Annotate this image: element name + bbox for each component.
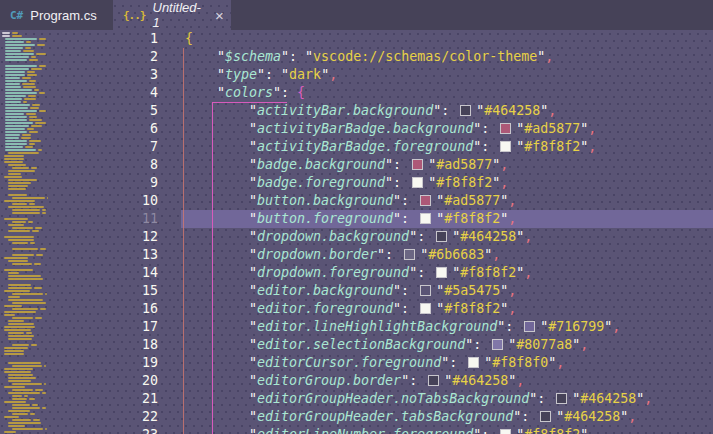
minimap-line	[5, 134, 20, 136]
code-line[interactable]: 7"activityBarBadge.foreground": "#f8f8f2…	[0, 138, 713, 156]
color-swatch[interactable]	[420, 303, 431, 314]
color-swatch[interactable]	[500, 141, 511, 152]
code-line[interactable]: 17"editor.lineHighlightBackground": "#71…	[0, 318, 713, 336]
color-swatch[interactable]	[500, 429, 511, 434]
color-swatch[interactable]	[460, 105, 471, 116]
color-swatch[interactable]	[524, 321, 535, 332]
tab-untitled-1[interactable]: {..} Untitled-1 ×	[113, 0, 231, 30]
minimap-line	[24, 395, 28, 397]
minimap-line	[35, 122, 46, 124]
code-line[interactable]: 14"dropdown.foreground": "#f8f8f2",	[0, 264, 713, 282]
minimap-line	[31, 56, 36, 58]
code-text: "editorLineNumber.foreground": "#f8f8f2"…	[181, 426, 713, 434]
minimap-line	[8, 173, 21, 175]
code-line[interactable]: 2"$schema": "vscode://schemas/color-them…	[0, 48, 713, 66]
color-swatch[interactable]	[492, 339, 503, 350]
minimap-line	[5, 83, 20, 85]
minimap-line	[12, 389, 33, 391]
color-swatch[interactable]	[436, 231, 447, 242]
minimap-line	[42, 392, 46, 394]
code-line[interactable]: 1{	[0, 30, 713, 48]
code-line[interactable]: 11"button.foreground": "#f8f8f2",	[0, 210, 713, 228]
minimap-line	[39, 110, 46, 112]
code-area[interactable]: 1{2"$schema": "vscode://schemas/color-th…	[0, 30, 713, 434]
code-line[interactable]: 6"activityBarBadge.background": "#ad5877…	[0, 120, 713, 138]
code-line[interactable]: 20"editorGroup.border": "#464258",	[0, 372, 713, 390]
code-line[interactable]: 9"badge.foreground": "#f8f8f2",	[0, 174, 713, 192]
color-swatch[interactable]	[420, 213, 431, 224]
color-swatch[interactable]	[436, 267, 447, 278]
color-swatch[interactable]	[404, 249, 415, 260]
minimap-line	[12, 254, 34, 256]
minimap-line	[5, 125, 29, 127]
color-swatch[interactable]	[420, 195, 431, 206]
code-line[interactable]: 3"type": "dark",	[0, 66, 713, 84]
code-line[interactable]: 5"activityBar.background": "#464258",	[0, 102, 713, 120]
minimap-line	[5, 146, 23, 148]
minimap-line	[12, 419, 31, 421]
minimap-line	[8, 179, 37, 181]
minimap-line	[5, 140, 27, 142]
code-text: "dropdown.background": "#464258",	[181, 228, 713, 246]
code-line[interactable]: 8"badge.background": "#ad5877",	[0, 156, 713, 174]
minimap-line	[42, 407, 46, 409]
minimap-line	[31, 167, 37, 169]
minimap-line	[29, 203, 34, 205]
minimap-line	[5, 95, 26, 97]
editor-pane[interactable]: 1{2"$schema": "vscode://schemas/color-th…	[0, 30, 713, 434]
minimap-line	[5, 86, 21, 88]
minimap-line	[8, 287, 32, 289]
color-swatch[interactable]	[468, 357, 479, 368]
minimap-line	[5, 131, 27, 133]
minimap-line	[29, 140, 41, 142]
minimap-line	[22, 134, 30, 136]
minimap-line	[12, 212, 40, 214]
minimap-line	[4, 353, 24, 355]
tab-program-cs[interactable]: C# Program.cs	[0, 0, 113, 30]
code-line[interactable]: 13"dropdown.border": "#6b6683",	[0, 246, 713, 264]
minimap-line	[32, 104, 39, 106]
minimap-line	[31, 125, 42, 127]
color-swatch[interactable]	[540, 411, 551, 422]
minimap-line	[36, 53, 46, 55]
close-icon[interactable]: ×	[215, 8, 224, 23]
minimap-line	[45, 293, 47, 295]
color-swatch[interactable]	[500, 123, 511, 134]
code-line[interactable]: 18"editor.selectionBackground": "#8077a8…	[0, 336, 713, 354]
code-text: "editorGroupHeader.tabsBackground": "#46…	[181, 408, 713, 426]
code-line[interactable]: 23"editorLineNumber.foreground": "#f8f8f…	[0, 426, 713, 434]
minimap-line	[8, 392, 40, 394]
code-line[interactable]: 12"dropdown.background": "#464258",	[0, 228, 713, 246]
color-swatch[interactable]	[420, 285, 431, 296]
code-line[interactable]: 4"colors": {	[0, 84, 713, 102]
minimap-line	[12, 197, 45, 199]
minimap-line	[4, 371, 31, 373]
color-swatch[interactable]	[428, 375, 439, 386]
minimap-line	[4, 155, 24, 157]
code-line[interactable]: 19"editorCursor.foreground": "#f8f8f0",	[0, 354, 713, 372]
color-swatch[interactable]	[412, 159, 423, 170]
code-line[interactable]: 15"editor.background": "#5a5475",	[0, 282, 713, 300]
minimap[interactable]	[0, 30, 48, 434]
code-line[interactable]: 21"editorGroupHeader.noTabsBackground": …	[0, 390, 713, 408]
minimap-line	[5, 113, 24, 115]
minimap-line	[29, 398, 34, 400]
minimap-line	[5, 137, 19, 139]
minimap-line	[8, 230, 30, 232]
minimap-line	[40, 308, 46, 310]
minimap-line	[8, 299, 43, 301]
code-line[interactable]: 22"editorGroupHeader.tabsBackground": "#…	[0, 408, 713, 426]
minimap-line	[24, 98, 35, 100]
code-text: "editorGroupHeader.noTabsBackground": "#…	[181, 390, 713, 408]
code-text: "colors": {	[181, 84, 713, 102]
color-swatch[interactable]	[556, 393, 567, 404]
minimap-line	[12, 263, 32, 265]
minimap-line	[12, 308, 38, 310]
color-swatch[interactable]	[412, 177, 423, 188]
code-line[interactable]: 10"button.background": "#ad5877",	[0, 192, 713, 210]
minimap-line	[8, 182, 31, 184]
minimap-line	[12, 203, 27, 205]
minimap-line	[29, 59, 37, 61]
minimap-line	[8, 152, 39, 154]
code-line[interactable]: 16"editor.foreground": "#f8f8f2",	[0, 300, 713, 318]
